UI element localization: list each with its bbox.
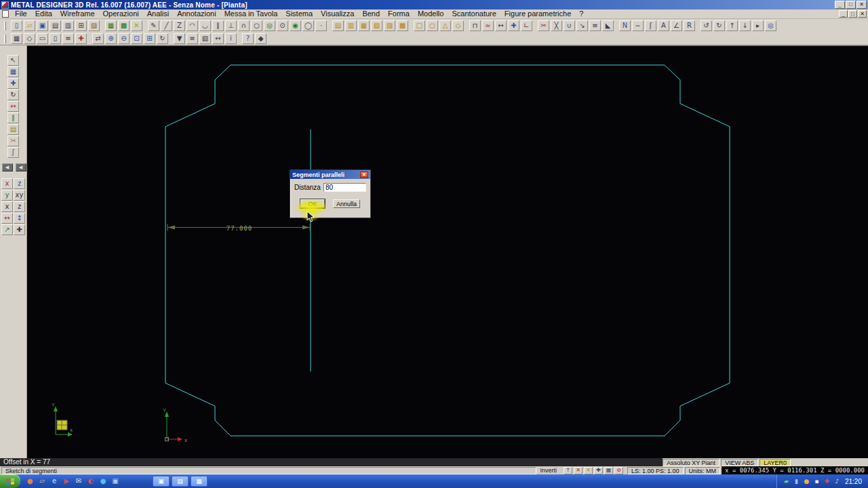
line-icon[interactable]: ╱ [161,20,172,31]
weld-icon[interactable]: ≈ [482,20,494,31]
mdi-close-button[interactable]: ✕ [858,10,867,18]
save-icon[interactable]: ▣ [37,20,48,31]
tray-shield-icon[interactable]: ▰ [782,477,791,486]
paste-icon[interactable]: ▨ [88,20,100,31]
clamp-icon[interactable]: ⊓ [469,20,481,31]
print-icon[interactable]: ▤ [50,20,61,31]
menu-item[interactable]: Messa in Tavola [220,9,282,18]
target-icon[interactable]: ◎ [765,20,776,31]
rounded-rect-icon[interactable]: □ [414,20,425,31]
arc-3pt-icon[interactable]: ◡ [199,20,211,31]
text-icon[interactable]: A [658,20,669,31]
stretch-icon[interactable]: ↘ [576,20,588,31]
snap-target-icon[interactable]: ✚ [594,467,603,474]
rotate-right-icon[interactable]: ↻ [713,20,725,31]
menu-item[interactable]: Scantonature [448,9,500,18]
taskbar-window-cad[interactable]: ▦ [191,476,208,487]
grid-icon[interactable]: ▩ [118,20,130,31]
properties-icon[interactable]: ≡ [186,33,198,44]
select-arrow-icon[interactable]: ↖ [7,55,19,66]
circle-center-icon[interactable]: ◎ [264,20,275,31]
dir-x-icon[interactable]: ↔ [1,213,13,224]
menu-item[interactable]: Figure parametriche [500,9,575,18]
mdi-minimize-button[interactable]: _ [839,10,848,18]
documents-folder-icon[interactable]: ▱ [37,476,47,487]
tangent-icon[interactable]: ∩ [238,20,250,31]
arc-icon[interactable]: ◠ [186,20,198,31]
tray-update-icon[interactable]: ● [802,477,811,486]
circle-2pt-icon[interactable]: ⊙ [277,20,288,31]
zoom-out-icon[interactable]: ⊖ [118,33,130,44]
flip-direction-icon[interactable]: ↑ [564,467,572,474]
taskbar-window-capture[interactable]: ▣ [153,476,170,487]
axis-z-icon[interactable]: z [14,178,25,189]
spline-icon[interactable]: ʃ [645,20,656,31]
fill-icon[interactable]: ▩ [397,20,408,31]
dir-z-icon[interactable]: ↕ [14,213,25,224]
zoom-extents-icon[interactable]: ⊞ [144,33,155,44]
browser-icon[interactable]: ● [24,476,35,487]
wave-icon[interactable]: ∼ [632,20,644,31]
favorites-icon[interactable]: ◆ [255,33,267,44]
layers-icon[interactable]: ≡ [62,33,74,44]
menu-item[interactable]: Operazioni [99,9,143,18]
menu-item[interactable]: Wireframe [56,9,99,18]
history-back-icon[interactable]: ◀ [2,163,13,171]
tray-message-icon[interactable]: ▪ [812,477,821,486]
menu-item[interactable]: Sistema [281,9,317,18]
donut-icon[interactable]: ◉ [290,20,301,31]
axis-x-icon[interactable]: x [1,178,13,189]
table-icon[interactable]: ▦ [105,20,117,31]
axis-y-icon[interactable]: y [1,190,13,201]
dialog-close-button[interactable]: ✕ [360,171,368,178]
tray-alert-icon[interactable]: ✚ [823,477,831,486]
trim-icon[interactable]: ✂ [7,136,19,146]
tray-network-icon[interactable]: ▮ [792,477,801,486]
menu-item[interactable]: Forma [384,9,414,18]
taskbar-window-notes[interactable]: ▤ [172,476,189,487]
ucs-icon[interactable]: ✚ [75,33,87,44]
toolbar-grip[interactable] [4,22,6,30]
maximize-button[interactable]: □ [846,1,856,9]
front-view-icon[interactable]: ▯ [50,33,61,44]
window-select-icon[interactable]: ▦ [7,66,19,77]
slot-icon[interactable]: ◇ [452,20,464,31]
view-mode-panel[interactable]: VIEW ABS [721,459,758,466]
array-icon[interactable]: ≡ [589,20,601,31]
zoom-window-icon[interactable]: ⊡ [131,33,142,44]
sheet-icon[interactable]: ▤ [332,20,344,31]
menu-item[interactable]: Edita [31,9,56,18]
distanza-input[interactable] [323,183,366,192]
opera-icon[interactable]: ◐ [85,476,96,487]
north-icon[interactable]: N [619,20,631,31]
inverti-toggle[interactable]: Inverti [538,467,560,474]
mirror-icon[interactable]: ↔ [7,101,19,112]
radius-icon[interactable]: R [684,20,695,31]
regen-icon[interactable]: ↻ [157,33,168,44]
match-properties-icon[interactable]: ▧ [199,33,211,44]
angle-icon[interactable]: ∠ [671,20,682,31]
filter-icon[interactable]: ▼ [174,33,185,44]
snap-icon[interactable]: ✚ [508,20,519,31]
zoom-in-icon[interactable]: ⊕ [105,33,117,44]
origin-icon[interactable]: ✚ [14,224,25,235]
spline-tool-icon[interactable]: ʃ [7,147,19,158]
circle-icon[interactable]: ○ [251,20,262,31]
dir-y-icon[interactable]: ↗ [1,224,13,235]
menu-item[interactable]: Bend [358,9,384,18]
document-icon[interactable] [2,10,9,18]
menu-item[interactable]: ? [575,9,587,18]
move-down-icon[interactable]: ↓ [739,20,751,31]
ortho-icon[interactable]: ∟ [521,20,532,31]
delete-selection-icon[interactable]: ✕ [131,20,142,31]
layer-panel[interactable]: LAYER0 [760,459,791,466]
polyline-icon[interactable]: Z [174,20,185,31]
info-icon[interactable]: i [225,33,237,44]
tray-volume-icon[interactable]: ♪ [833,477,842,486]
confirm-yellow-icon[interactable]: ✕ [584,467,593,474]
format-icon[interactable]: ▥ [345,20,357,31]
perpendicular-icon[interactable]: ⊥ [225,20,237,31]
history-back2-icon[interactable]: ◀ [16,163,26,171]
grid-view-icon[interactable]: ▦ [11,33,22,44]
sheet-outline[interactable] [165,65,730,436]
